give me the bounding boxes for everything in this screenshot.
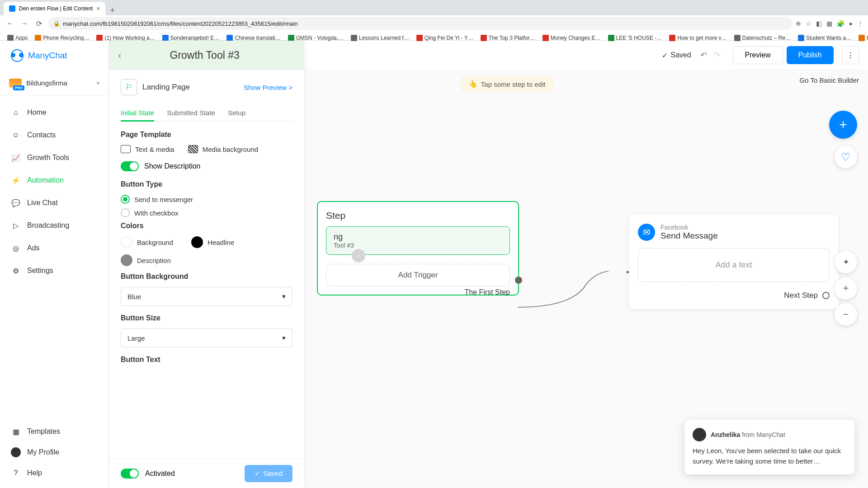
output-connector[interactable]: [822, 292, 830, 299]
org-name: Bildungsfirma: [26, 79, 92, 87]
chevron-down-icon: ▾: [282, 334, 286, 342]
tab-setup[interactable]: Setup: [228, 104, 245, 121]
landing-text: ng: [334, 232, 502, 242]
color-headline[interactable]: Headline: [191, 236, 234, 248]
activated-toggle[interactable]: [121, 469, 139, 479]
radio-send-messenger[interactable]: Send to messenger: [121, 195, 292, 204]
landing-page-icon: ⚐: [121, 79, 137, 95]
tab-title: Den ersten Flow | Edit Content: [19, 5, 93, 12]
auto-layout-fab[interactable]: ✦: [835, 251, 857, 273]
tab-submitted-state[interactable]: Submitted State: [167, 104, 215, 121]
new-tab-button[interactable]: +: [105, 6, 119, 15]
ads-icon: ◎: [11, 243, 21, 253]
sidebar-item-ads[interactable]: ◎Ads: [0, 237, 108, 259]
redo-button: ↷: [713, 50, 720, 60]
option-text-media[interactable]: Text & media: [121, 145, 175, 153]
add-step-fab[interactable]: +: [829, 111, 857, 139]
connector-line: [518, 271, 631, 316]
favorite-fab[interactable]: ♡: [835, 146, 857, 169]
sidebar-item-contacts[interactable]: ☺Contacts: [0, 124, 108, 146]
more-menu-button[interactable]: ⋮: [842, 46, 859, 64]
step-title: Step: [326, 210, 510, 221]
first-step-label: The First Step: [465, 288, 510, 296]
saved-button[interactable]: ✓Saved: [245, 465, 292, 482]
facebook-icon: ✉: [638, 224, 655, 241]
check-icon: ✓: [662, 51, 668, 60]
undo-button[interactable]: ↶: [700, 50, 707, 60]
browser-tab[interactable]: Den ersten Flow | Edit Content ×: [4, 2, 105, 15]
panel-back-button[interactable]: ‹: [118, 50, 121, 61]
basic-builder-link[interactable]: Go To Basic Builder: [800, 76, 859, 84]
sidebar-item-broadcasting[interactable]: ▷Broadcasting: [0, 214, 108, 237]
star-icon[interactable]: ☆: [806, 20, 811, 27]
prev-circle-icon[interactable]: ‹: [352, 249, 365, 263]
profile-icon[interactable]: ●: [849, 20, 853, 27]
preview-button[interactable]: Preview: [733, 46, 783, 64]
zoom-out-button[interactable]: −: [835, 303, 857, 326]
button-size-select[interactable]: Large▾: [121, 328, 292, 347]
extension-icon[interactable]: ◧: [816, 20, 822, 27]
section-button-bg: Button Background: [121, 272, 292, 281]
avatar-icon: [693, 428, 706, 441]
check-icon: ✓: [255, 469, 260, 478]
add-text-button[interactable]: Add a text: [638, 248, 830, 282]
radio-icon: [121, 208, 130, 217]
color-description[interactable]: Description: [121, 254, 171, 266]
option-media-bg[interactable]: Media background: [188, 145, 258, 153]
sidebar-item-templates[interactable]: ▦Templates: [0, 421, 108, 442]
chat-popup[interactable]: Anzhelika from ManyChat Hey Leon, You've…: [684, 420, 854, 474]
logo[interactable]: ManyChat: [0, 41, 108, 70]
radio-icon: [121, 195, 130, 204]
activated-label: Activated: [145, 469, 175, 478]
sidebar-item-settings[interactable]: ⚙Settings: [0, 259, 108, 282]
step-node[interactable]: Step ng Tool #3 ‹ Add Trigger The First …: [317, 201, 519, 296]
color-background[interactable]: Background: [121, 236, 173, 248]
close-icon[interactable]: ×: [96, 5, 100, 12]
type-label: Landing Page: [142, 83, 238, 92]
sidebar-item-home[interactable]: ⌂Home: [0, 101, 108, 124]
logo-icon: [11, 49, 24, 62]
back-button[interactable]: ←: [5, 18, 15, 29]
org-selector[interactable]: PRO Bildungsfirma ▾: [0, 70, 108, 96]
show-preview-link[interactable]: Show Preview >: [244, 84, 292, 91]
section-button-text: Button Text: [121, 356, 292, 364]
automation-icon: ⚡: [11, 175, 21, 185]
tab-initial-state[interactable]: Initial State: [121, 104, 154, 121]
zoom-in-button[interactable]: +: [835, 277, 857, 300]
sidebar-item-profile[interactable]: My Profile: [0, 442, 108, 463]
tab-favicon-icon: [9, 5, 15, 12]
logo-text: ManyChat: [28, 51, 67, 61]
platform-label: Facebook: [660, 224, 718, 231]
message-node[interactable]: ✉ Facebook Send Message Add a text Next …: [629, 215, 839, 309]
chevron-down-icon: ▾: [97, 80, 99, 86]
saved-indicator: ✓Saved: [662, 51, 691, 60]
org-icon: PRO: [9, 79, 22, 88]
swatch-icon: [121, 254, 132, 266]
show-description-toggle[interactable]: [121, 161, 139, 171]
button-bg-select[interactable]: Blue▾: [121, 287, 292, 306]
next-step-label: Next Step: [784, 291, 818, 300]
section-button-size: Button Size: [121, 314, 292, 322]
sidebar-item-automation[interactable]: ⚡Automation: [0, 169, 108, 192]
landing-page-trigger[interactable]: ng Tool #3 ‹: [326, 226, 510, 255]
sidebar-item-help[interactable]: ?Help: [0, 463, 108, 483]
extension-icon[interactable]: ▦: [826, 20, 832, 27]
sidebar-item-live-chat[interactable]: 💬Live Chat: [0, 192, 108, 214]
translate-icon[interactable]: ⊕: [796, 20, 801, 27]
menu-icon[interactable]: ⋮: [857, 20, 863, 27]
address-bar[interactable]: 🔒 manychat.com/fb198150208192061/cms/fil…: [48, 17, 792, 30]
help-icon: ?: [11, 468, 21, 478]
add-trigger-button[interactable]: Add Trigger: [326, 264, 510, 286]
publish-button[interactable]: Publish: [787, 46, 834, 64]
puzzle-icon[interactable]: 🧩: [837, 20, 844, 27]
radio-with-checkbox[interactable]: With checkbox: [121, 208, 292, 217]
broadcast-icon: ▷: [11, 221, 21, 230]
lock-icon: 🔒: [53, 20, 60, 27]
section-button-type: Button Type: [121, 180, 292, 188]
gear-icon: ⚙: [11, 266, 21, 276]
section-page-template: Page Template: [121, 131, 292, 139]
sidebar-item-growth-tools[interactable]: 📈Growth Tools: [0, 146, 108, 169]
forward-button[interactable]: →: [19, 18, 30, 29]
chevron-down-icon: ▾: [282, 292, 286, 300]
reload-button[interactable]: ⟳: [33, 18, 44, 29]
